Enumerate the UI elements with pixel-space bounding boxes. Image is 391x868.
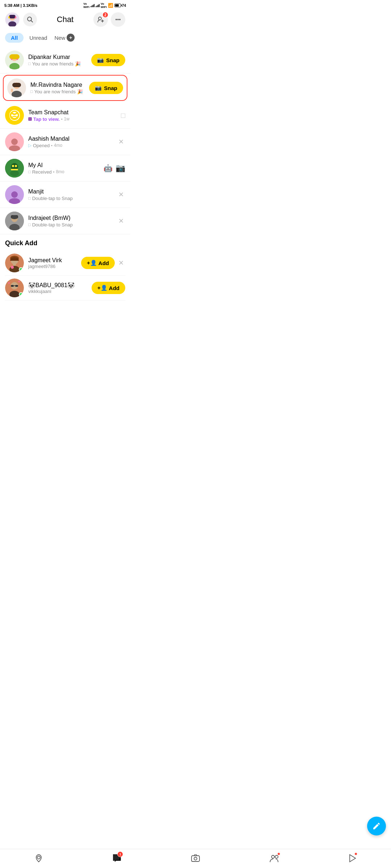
snap-button-ravindra[interactable]: 📷 Snap — [89, 82, 123, 94]
svg-point-12 — [117, 19, 119, 20]
chat-name-aashish: Aashish Mandal — [28, 136, 117, 142]
chat-sub-aashish: ▷ Opened • 4mo — [28, 143, 117, 148]
add-friend-button[interactable]: 2 — [93, 12, 108, 27]
close-button-manjit[interactable]: ✕ — [117, 189, 125, 200]
svg-rect-4 — [8, 16, 10, 18]
snap-camera-icon-2: 📷 — [95, 85, 102, 91]
dismiss-jagmeet[interactable]: ✕ — [117, 258, 125, 268]
snap-button-dipankar[interactable]: 📷 Snap — [91, 54, 125, 66]
add-button-babu[interactable]: +👤 Add — [92, 282, 125, 294]
chat-list: Dipankar Kumar □ You are now friends 🎉 📷… — [0, 47, 130, 234]
page-title: Chat — [57, 15, 73, 24]
robot-icon: 🤖 — [104, 164, 113, 173]
close-button-indrajeet[interactable]: ✕ — [117, 216, 125, 226]
svg-rect-24 — [11, 89, 13, 92]
chat-bubble-icon-2: □ — [30, 89, 33, 94]
chat-name-dipankar: Dipankar Kumar — [28, 54, 91, 60]
message-icon: □ — [121, 111, 125, 120]
svg-rect-17 — [9, 54, 20, 59]
chat-info-my-ai: My AI □ Received • 8mo — [28, 162, 104, 175]
avatar-team-snapchat — [5, 106, 24, 125]
chat-icon-indrajeet: □ — [28, 222, 31, 227]
tab-unread[interactable]: Unread — [26, 33, 50, 43]
chat-item-aashish[interactable]: Aashish Mandal ▷ Opened • 4mo ✕ — [0, 129, 130, 155]
chat-item-manjit[interactable]: Manjit □ Double-tap to Snap ✕ — [0, 182, 130, 208]
chat-sub-ravindra: □ You are now friends 🎉 — [30, 89, 89, 94]
tab-all[interactable]: All — [5, 33, 24, 43]
battery-percent: 74 — [122, 4, 126, 8]
vo-wifi-label-2: VoWiFi — [101, 2, 107, 9]
quick-add-title: Quick Add — [5, 239, 125, 247]
quick-add-item-babu[interactable]: ♥ ♥ 🐼BABU_9081🐼 vikkkujaani +👤 Add — [5, 276, 125, 301]
chat-item-indrajeet[interactable]: Indrajeet (BmW) □ Double-tap to Snap ✕ — [0, 208, 130, 234]
tap-to-view-text: Tap to view. — [33, 116, 60, 122]
camera-icon-ai[interactable]: 📷 — [115, 163, 125, 173]
svg-rect-5 — [15, 16, 16, 18]
svg-rect-43 — [13, 264, 16, 266]
quick-add-item-jagmeet[interactable]: Jagmeet Virk jagmeet9786 +👤 Add ✕ — [5, 251, 125, 276]
svg-point-27 — [18, 86, 20, 87]
svg-rect-50 — [15, 285, 18, 287]
chat-info-aashish: Aashish Mandal ▷ Opened • 4mo — [28, 136, 117, 148]
quick-add-section: Quick Add Jagmeet Virk jagmeet9786 +👤 Ad… — [0, 234, 130, 303]
avatar-babu: ♥ ♥ — [5, 278, 24, 297]
search-button[interactable] — [23, 13, 37, 26]
svg-point-44 — [11, 266, 14, 269]
avatar-jagmeet — [5, 254, 24, 272]
svg-point-11 — [115, 19, 117, 20]
chat-item-ravindra[interactable]: Mr.Ravindra Nagare □ You are now friends… — [3, 75, 127, 101]
chat-item-team-snapchat[interactable]: Team Snapchat Tap to view. • 1w □ — [0, 102, 130, 129]
add-person-icon: +👤 — [87, 260, 97, 266]
chat-item-dipankar[interactable]: Dipankar Kumar □ You are now friends 🎉 📷… — [0, 47, 130, 73]
user-avatar[interactable] — [5, 12, 20, 27]
chat-sub-manjit: □ Double-tap to Snap — [28, 196, 117, 201]
chat-action-team-snapchat: □ — [121, 111, 125, 120]
signal-icon — [91, 4, 94, 7]
qa-username-jagmeet: jagmeet9786 — [28, 264, 81, 269]
chat-info-indrajeet: Indrajeet (BmW) □ Double-tap to Snap — [28, 215, 117, 227]
chat-action-my-ai: 🤖 📷 — [104, 163, 125, 173]
qa-name-babu: 🐼BABU_9081🐼 — [28, 282, 92, 289]
chat-name-team-snapchat: Team Snapchat — [28, 109, 121, 116]
tab-new[interactable]: New + — [53, 32, 76, 43]
chat-icon-manjit: □ — [28, 196, 31, 200]
chat-info-ravindra: Mr.Ravindra Nagare □ You are now friends… — [30, 82, 89, 94]
vo-wifi-label: VoWiFi — [83, 2, 89, 9]
svg-point-18 — [11, 59, 12, 60]
avatar-my-ai — [5, 159, 24, 178]
chat-name-manjit: Manjit — [28, 188, 117, 195]
svg-point-19 — [17, 59, 18, 60]
chat-info-dipankar: Dipankar Kumar □ You are now friends 🎉 — [28, 54, 91, 67]
status-icons: VoWiFi VoWiFi 📶 74 — [83, 2, 126, 9]
new-plus-icon: + — [67, 34, 75, 42]
wifi-icon: 📶 — [108, 3, 113, 8]
filter-tabs: All Unread New + — [0, 30, 130, 47]
signal-icon-2 — [96, 4, 100, 7]
close-button-aashish[interactable]: ✕ — [117, 136, 125, 147]
snap-camera-icon: 📷 — [97, 57, 104, 63]
svg-point-26 — [14, 86, 15, 87]
header: Chat 2 — [0, 10, 130, 30]
purple-square-icon — [28, 117, 32, 121]
header-right: 2 — [93, 12, 125, 27]
svg-point-31 — [12, 165, 14, 167]
chat-name-ravindra: Mr.Ravindra Nagare — [30, 82, 89, 88]
add-button-jagmeet[interactable]: +👤 Add — [81, 257, 115, 269]
chat-sub-dipankar: □ You are now friends 🎉 — [28, 61, 91, 67]
svg-line-7 — [31, 21, 33, 22]
notification-badge: 2 — [102, 12, 109, 18]
chat-sub-my-ai: □ Received • 8mo — [28, 169, 104, 175]
chat-info-team-snapchat: Team Snapchat Tap to view. • 1w — [28, 109, 121, 122]
add-person-icon-2: +👤 — [97, 285, 108, 291]
battery-icon — [114, 4, 121, 7]
avatar-indrajeet — [5, 212, 24, 230]
chat-item-my-ai[interactable]: My AI □ Received • 8mo 🤖 📷 — [0, 155, 130, 182]
svg-text:♥: ♥ — [18, 280, 20, 284]
avatar-dipankar — [5, 51, 24, 69]
chat-name-indrajeet: Indrajeet (BmW) — [28, 215, 117, 221]
svg-point-32 — [15, 165, 17, 167]
more-options-button[interactable] — [111, 12, 125, 27]
svg-text:♥: ♥ — [8, 281, 10, 285]
status-time: 5:38 AM | 3.1KB/s — [4, 3, 37, 8]
search-icon — [27, 16, 33, 23]
